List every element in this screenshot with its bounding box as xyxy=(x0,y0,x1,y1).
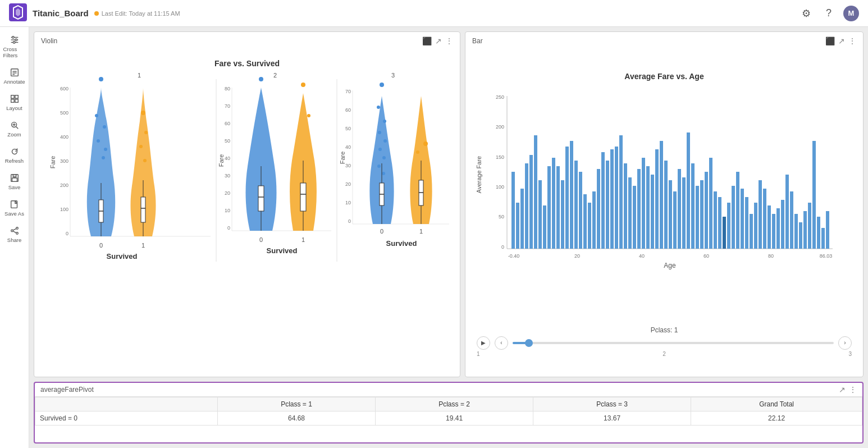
svg-rect-16 xyxy=(15,99,17,102)
svg-rect-153 xyxy=(556,166,560,249)
svg-rect-209 xyxy=(808,203,811,249)
settings-button[interactable]: ⚙ xyxy=(798,6,814,21)
svg-point-104 xyxy=(377,106,380,109)
svg-rect-205 xyxy=(790,191,793,249)
svg-rect-149 xyxy=(538,180,542,249)
svg-rect-143 xyxy=(511,172,515,249)
violin-chart-type-label: Violin xyxy=(41,37,57,45)
table-expand-icon[interactable]: ↗ xyxy=(839,385,846,394)
svg-rect-148 xyxy=(534,135,537,249)
svg-text:1: 1 xyxy=(301,236,305,243)
svg-point-54 xyxy=(143,159,147,162)
violin-download-icon[interactable]: ⬛ xyxy=(422,36,432,45)
bar-chart-header: Bar ⬛ ↗ ⋮ xyxy=(465,32,863,48)
svg-text:Survived: Survived xyxy=(267,246,298,255)
svg-rect-180 xyxy=(678,169,681,249)
violin-header-icons: ⬛ ↗ ⋮ xyxy=(422,36,453,45)
slider-tick-2: 2 xyxy=(663,351,666,357)
bar-download-icon[interactable]: ⬛ xyxy=(825,36,835,45)
sidebar-item-layout[interactable]: Layout xyxy=(1,90,28,115)
table-menu-icon[interactable]: ⋮ xyxy=(849,385,857,394)
svg-rect-181 xyxy=(682,177,686,249)
svg-rect-170 xyxy=(633,186,636,249)
svg-text:20: 20 xyxy=(345,181,351,187)
slider-label: Pclass: 1 xyxy=(477,326,852,334)
sidebar-item-share[interactable]: Share xyxy=(1,222,28,246)
svg-text:Age: Age xyxy=(664,262,676,269)
table-cell-pclass3: 13.67 xyxy=(533,412,691,426)
slider-next-button[interactable]: › xyxy=(838,336,852,350)
table-panel: averageFarePivot ↗ ⋮ Pclass = 1 Pclass =… xyxy=(34,382,864,444)
violin-expand-icon[interactable]: ↗ xyxy=(435,36,442,45)
content-area: Violin ⬛ ↗ ⋮ Fare vs. Survived 1 600 xyxy=(29,27,868,448)
svg-text:-0.40: -0.40 xyxy=(508,253,520,259)
svg-text:1: 1 xyxy=(419,228,423,235)
slider-track[interactable] xyxy=(513,342,834,344)
svg-text:40: 40 xyxy=(225,156,230,161)
svg-rect-184 xyxy=(696,186,699,249)
svg-rect-210 xyxy=(812,141,816,249)
svg-rect-192 xyxy=(732,186,735,249)
help-button[interactable]: ? xyxy=(821,6,837,21)
svg-rect-190 xyxy=(723,217,726,249)
svg-rect-23 xyxy=(12,178,17,181)
app-logo xyxy=(9,3,27,24)
bar-menu-icon[interactable]: ⋮ xyxy=(848,36,856,45)
online-dot xyxy=(94,11,99,16)
table-cell-grand-total: 22.12 xyxy=(691,412,862,426)
svg-rect-14 xyxy=(15,95,17,98)
svg-text:0: 0 xyxy=(99,242,103,249)
slider-thumb[interactable] xyxy=(525,339,533,347)
slider-row: ▶ ‹ › xyxy=(477,336,852,350)
slider-play-button[interactable]: ▶ xyxy=(477,336,490,350)
svg-text:50: 50 xyxy=(345,126,351,131)
svg-rect-179 xyxy=(673,191,677,249)
svg-rect-83 xyxy=(300,183,306,211)
svg-rect-203 xyxy=(781,200,784,249)
sidebar-label-layout: Layout xyxy=(6,105,22,111)
svg-rect-176 xyxy=(660,141,663,249)
topbar-right: ⚙ ? M xyxy=(798,6,859,21)
svg-rect-208 xyxy=(803,211,807,249)
sidebar-item-zoom[interactable]: Zoom xyxy=(1,117,28,141)
slider-tick-3: 3 xyxy=(848,351,852,357)
svg-rect-151 xyxy=(547,166,551,249)
violin-menu-icon[interactable]: ⋮ xyxy=(445,36,453,45)
svg-text:Average Fare: Average Fare xyxy=(476,156,482,193)
svg-rect-173 xyxy=(646,166,650,249)
sidebar-label-refresh: Refresh xyxy=(5,158,24,164)
slider-tick-1: 1 xyxy=(477,351,480,357)
avatar[interactable]: M xyxy=(843,6,859,21)
svg-point-105 xyxy=(383,120,386,123)
svg-text:150: 150 xyxy=(496,154,504,160)
slider-prev-button[interactable]: ‹ xyxy=(495,336,508,350)
svg-point-76 xyxy=(259,77,263,81)
svg-rect-160 xyxy=(588,203,591,249)
svg-rect-202 xyxy=(776,208,780,249)
svg-text:400: 400 xyxy=(60,134,68,140)
svg-rect-213 xyxy=(826,211,829,249)
svg-rect-191 xyxy=(727,203,730,249)
svg-rect-194 xyxy=(741,189,744,249)
svg-point-52 xyxy=(144,131,148,134)
sidebar-item-refresh[interactable]: Refresh xyxy=(1,143,28,167)
charts-row: Violin ⬛ ↗ ⋮ Fare vs. Survived 1 600 xyxy=(34,31,864,377)
bar-expand-icon[interactable]: ↗ xyxy=(838,36,845,45)
svg-rect-164 xyxy=(606,161,609,249)
svg-text:70: 70 xyxy=(345,89,351,94)
sidebar-item-cross-filters[interactable]: Cross Filters xyxy=(1,31,28,62)
svg-text:300: 300 xyxy=(60,158,68,164)
svg-rect-211 xyxy=(817,217,820,249)
last-edit-text: Last Edit: Today at 11:15 AM xyxy=(102,10,180,17)
svg-text:2: 2 xyxy=(273,72,277,79)
svg-text:60: 60 xyxy=(225,121,230,126)
svg-rect-168 xyxy=(624,163,627,249)
svg-point-43 xyxy=(103,125,106,129)
svg-rect-183 xyxy=(691,163,695,249)
svg-point-51 xyxy=(141,111,145,115)
svg-point-107 xyxy=(383,139,387,143)
sidebar-item-save[interactable]: Save xyxy=(1,170,28,194)
sidebar-item-save-as[interactable]: Save As xyxy=(1,196,28,220)
sidebar-item-annotate[interactable]: Annotate xyxy=(1,64,28,88)
svg-text:20: 20 xyxy=(225,190,230,196)
